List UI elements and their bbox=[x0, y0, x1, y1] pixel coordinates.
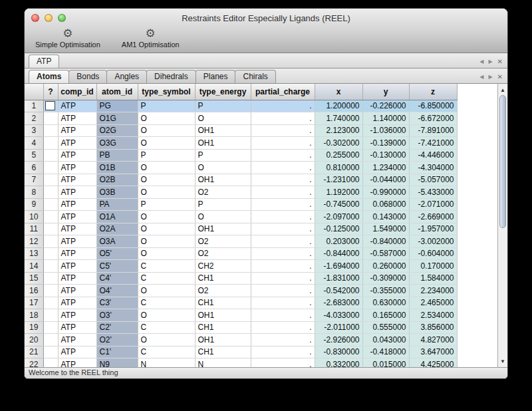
cell-type_symbol[interactable]: C bbox=[138, 260, 195, 273]
cell-type_symbol[interactable]: P bbox=[138, 198, 195, 211]
cell-x[interactable]: -4.033000 bbox=[315, 309, 362, 322]
cell-type_energy[interactable]: OH1 bbox=[195, 334, 251, 346]
cell-y[interactable]: 0.260000 bbox=[362, 260, 409, 273]
cell-type_symbol[interactable]: O bbox=[138, 186, 195, 199]
cell-y[interactable]: 0.143000 bbox=[362, 211, 409, 223]
column-header-partial_charge[interactable]: partial_charge bbox=[251, 84, 315, 100]
cell-type_symbol[interactable]: O bbox=[138, 285, 195, 297]
tab-dihedrals[interactable]: Dihedrals bbox=[146, 70, 196, 83]
cell-type_energy[interactable]: OH1 bbox=[195, 309, 251, 322]
cell-y[interactable]: 1.140000 bbox=[362, 112, 409, 125]
cell-x[interactable]: -0.830000 bbox=[315, 346, 362, 358]
cell-partial_charge[interactable]: . bbox=[251, 112, 315, 125]
cell-z[interactable]: -2.669000 bbox=[409, 211, 457, 223]
cell-flag[interactable] bbox=[43, 112, 58, 125]
cell-x[interactable]: 2.123000 bbox=[315, 124, 362, 137]
cell-partial_charge[interactable]: . bbox=[251, 309, 315, 322]
cell-type_energy[interactable]: CH1 bbox=[195, 272, 251, 285]
cell-z[interactable]: -4.304000 bbox=[409, 162, 457, 174]
cell-partial_charge[interactable]: . bbox=[251, 137, 315, 150]
cell-partial_charge[interactable]: . bbox=[251, 247, 315, 260]
cell-flag[interactable] bbox=[43, 186, 58, 199]
cell-y[interactable]: -0.587000 bbox=[362, 247, 409, 260]
cell-type_energy[interactable]: O2 bbox=[195, 247, 251, 260]
cell-type_energy[interactable]: CH1 bbox=[195, 297, 251, 309]
vertical-scrollbar[interactable]: ▲ ▼ bbox=[497, 84, 507, 367]
close-tab-icon[interactable]: ✕ bbox=[497, 59, 503, 65]
cell-atom_id[interactable]: PB bbox=[96, 149, 138, 162]
cell-type_symbol[interactable]: P bbox=[138, 100, 195, 112]
tab-atp[interactable]: ATP bbox=[29, 55, 59, 68]
cell-z[interactable]: 3.856000 bbox=[409, 321, 457, 334]
cell-type_symbol[interactable]: O bbox=[138, 235, 195, 248]
row-number[interactable]: 8 bbox=[25, 186, 43, 199]
cell-type_energy[interactable]: O bbox=[195, 112, 251, 125]
cell-type_symbol[interactable]: C bbox=[138, 321, 195, 334]
cell-atom_id[interactable]: O2G bbox=[96, 124, 138, 137]
tab-bonds[interactable]: Bonds bbox=[68, 70, 107, 83]
cell-type_symbol[interactable]: O bbox=[138, 112, 195, 125]
cell-flag[interactable] bbox=[43, 247, 58, 260]
cell-comp_id[interactable]: ATP bbox=[58, 149, 96, 162]
cell-x[interactable]: 1.192000 bbox=[315, 186, 362, 199]
cell-comp_id[interactable]: ATP bbox=[58, 186, 96, 199]
cell-flag[interactable] bbox=[43, 137, 58, 150]
cell-y[interactable]: 1.549000 bbox=[362, 223, 409, 235]
cell-z[interactable]: -7.421000 bbox=[409, 137, 457, 150]
cell-y[interactable]: -0.355000 bbox=[362, 285, 409, 297]
cell-z[interactable]: -5.433000 bbox=[409, 186, 457, 199]
column-header-comp_id[interactable]: comp_id bbox=[58, 84, 96, 100]
row-number[interactable]: 4 bbox=[25, 137, 43, 150]
cell-x[interactable]: 0.255000 bbox=[315, 149, 362, 162]
cell-type_energy[interactable]: N bbox=[195, 358, 251, 368]
cell-type_energy[interactable]: O bbox=[195, 211, 251, 223]
cell-atom_id[interactable]: O3G bbox=[96, 137, 138, 150]
cell-comp_id[interactable]: ATP bbox=[58, 100, 96, 112]
cell-type_symbol[interactable]: O bbox=[138, 334, 195, 346]
cell-atom_id[interactable]: O2B bbox=[96, 174, 138, 186]
cell-comp_id[interactable]: ATP bbox=[58, 235, 96, 248]
cell-z[interactable]: -1.957000 bbox=[409, 223, 457, 235]
row-number[interactable]: 11 bbox=[25, 223, 43, 235]
scroll-down-icon[interactable]: ▼ bbox=[498, 356, 507, 366]
tab-planes[interactable]: Planes bbox=[196, 70, 236, 83]
cell-flag[interactable] bbox=[43, 309, 58, 322]
scroll-up-icon[interactable]: ▲ bbox=[498, 85, 507, 94]
cell-type_symbol[interactable]: O bbox=[138, 247, 195, 260]
scroll-tabs-left-icon[interactable]: ◀ bbox=[479, 59, 483, 65]
cell-atom_id[interactable]: PA bbox=[96, 198, 138, 211]
cell-type_energy[interactable]: O bbox=[195, 162, 251, 174]
cell-x[interactable]: -1.831000 bbox=[315, 272, 362, 285]
cell-z[interactable]: 1.584000 bbox=[409, 272, 457, 285]
cell-partial_charge[interactable]: . bbox=[251, 198, 315, 211]
row-number[interactable]: 22 bbox=[25, 358, 43, 368]
simple-optimisation-button[interactable]: ⚙ Simple Optimisation bbox=[30, 27, 106, 49]
cell-type_energy[interactable]: CH2 bbox=[195, 260, 251, 273]
cell-y[interactable]: -0.309000 bbox=[362, 272, 409, 285]
cell-x[interactable]: 0.203000 bbox=[315, 235, 362, 248]
cell-comp_id[interactable]: ATP bbox=[58, 211, 96, 223]
cell-partial_charge[interactable]: . bbox=[251, 260, 315, 273]
cell-type_energy[interactable]: P bbox=[195, 198, 251, 211]
cell-y[interactable]: -0.130000 bbox=[362, 149, 409, 162]
cell-type_energy[interactable]: CH1 bbox=[195, 346, 251, 358]
scroll-tabs-right-icon[interactable]: ▶ bbox=[488, 59, 492, 65]
cell-partial_charge[interactable]: . bbox=[251, 211, 315, 223]
cell-flag[interactable] bbox=[43, 272, 58, 285]
cell-atom_id[interactable]: O3' bbox=[96, 309, 138, 322]
column-header-flag[interactable]: ? bbox=[43, 84, 58, 100]
cell-x[interactable]: 1.200000 bbox=[315, 100, 362, 112]
cell-comp_id[interactable]: ATP bbox=[58, 124, 96, 137]
cell-z[interactable]: -5.057000 bbox=[409, 174, 457, 186]
cell-z[interactable]: -2.071000 bbox=[409, 198, 457, 211]
cell-z[interactable]: -6.850000 bbox=[409, 100, 457, 112]
tab-angles[interactable]: Angles bbox=[106, 70, 147, 83]
cell-z[interactable]: 4.827000 bbox=[409, 334, 457, 346]
cell-flag[interactable] bbox=[43, 162, 58, 174]
cell-flag[interactable] bbox=[43, 346, 58, 358]
cell-type_symbol[interactable]: O bbox=[138, 137, 195, 150]
column-header-z[interactable]: z bbox=[409, 84, 457, 100]
cell-x[interactable]: -2.097000 bbox=[315, 211, 362, 223]
cell-flag[interactable] bbox=[43, 198, 58, 211]
cell-type_energy[interactable]: O2 bbox=[195, 186, 251, 199]
